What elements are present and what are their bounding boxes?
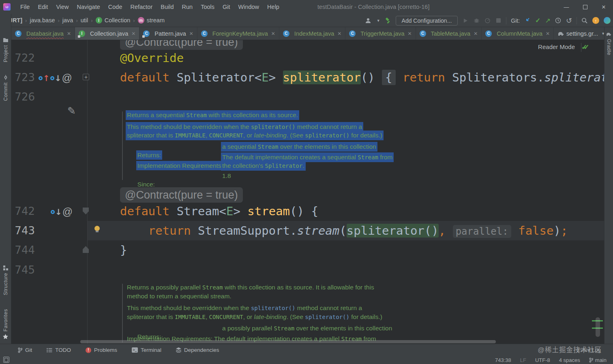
- menu-run[interactable]: Run: [178, 0, 197, 14]
- lock-icon: [142, 35, 145, 38]
- editor-pane[interactable]: @Contract(pure = true) Reader Mode ✓✓ 72…: [11, 40, 604, 344]
- status-bar: 743:38 LF UTF-8 4 spaces main: [0, 356, 613, 364]
- menu-edit[interactable]: Edit: [34, 0, 52, 14]
- close-button[interactable]: ✕: [594, 0, 613, 14]
- stripe-label: Structure: [3, 273, 9, 295]
- toolwindow-terminal[interactable]: >_ Terminal: [132, 347, 161, 353]
- doc-line: Returns a sequential Stream with this co…: [127, 110, 299, 119]
- git-commit-check-icon[interactable]: ✓: [535, 17, 540, 24]
- menu-code[interactable]: Code: [104, 0, 126, 14]
- menu-refactor[interactable]: Refactor: [126, 0, 156, 14]
- git-push-icon[interactable]: ↗: [545, 17, 551, 24]
- overridden-icon[interactable]: [50, 76, 54, 80]
- fold-expand-icon[interactable]: +: [83, 74, 89, 80]
- tab-tablemeta[interactable]: C TableMeta.java ✕: [416, 27, 482, 40]
- ide-window: IJ File Edit View Navigate Code Refactor…: [0, 0, 613, 364]
- maximize-button[interactable]: [576, 0, 594, 14]
- override-up-arrow-icon[interactable]: ↑: [43, 74, 50, 82]
- toolwindow-label: TODO: [55, 347, 71, 353]
- tab-collection[interactable]: I Collection.java ✕: [75, 27, 139, 40]
- tab-pattern[interactable]: C Pattern.java ✕: [139, 27, 197, 40]
- fold-end-icon[interactable]: [83, 246, 89, 253]
- tab-indexmeta[interactable]: C IndexMeta.java ✕: [279, 27, 345, 40]
- navigation-bar: [JRT] › java.base › java › util › I Coll…: [0, 14, 613, 27]
- tab-databasir[interactable]: C Databasir.java ✕: [11, 27, 75, 40]
- stripe-structure[interactable]: Structure: [0, 265, 11, 295]
- git-update-icon[interactable]: [524, 17, 531, 24]
- doc-line: This method should be overridden when th…: [127, 304, 362, 312]
- menu-file[interactable]: File: [16, 0, 34, 14]
- edit-pencil-icon[interactable]: ✎: [67, 105, 76, 117]
- close-tab-icon[interactable]: ✕: [408, 31, 412, 36]
- breadcrumb-java[interactable]: java: [62, 17, 73, 24]
- reader-mode-label[interactable]: Reader Mode: [538, 43, 575, 50]
- overrides-icon[interactable]: [39, 76, 43, 80]
- intention-bulb-icon[interactable]: [94, 226, 100, 231]
- build-hammer-icon[interactable]: [385, 17, 391, 24]
- encoding-indicator[interactable]: UTF-8: [535, 357, 550, 363]
- overridden-icon[interactable]: [51, 210, 55, 214]
- tab-settings-gradle[interactable]: settings.gr... ▼: [554, 27, 609, 40]
- breadcrumb-java-base[interactable]: java.base: [30, 17, 55, 24]
- line-ending-indicator[interactable]: LF: [520, 357, 526, 363]
- doc-line-returns: Returns: a possibly parallel Stream over…: [127, 324, 161, 332]
- menu-window[interactable]: Window: [234, 0, 264, 14]
- git-branch-indicator[interactable]: main: [589, 357, 607, 363]
- breadcrumb-collection[interactable]: Collection: [105, 17, 131, 24]
- doc-line-since: Since: 1.8: [127, 171, 155, 180]
- close-tab-icon[interactable]: ✕: [271, 31, 275, 36]
- indent-indicator[interactable]: 4 spaces: [559, 357, 580, 363]
- stripe-commit[interactable]: Commit: [0, 75, 11, 101]
- debug-icon[interactable]: [473, 17, 480, 24]
- menu-tools[interactable]: Tools: [197, 0, 219, 14]
- toolwindow-todo[interactable]: TODO: [47, 347, 71, 353]
- horizontal-scrollbar[interactable]: [80, 340, 496, 343]
- breadcrumb-stream[interactable]: stream: [147, 17, 165, 24]
- close-tab-icon[interactable]: ✕: [474, 31, 478, 36]
- inspections-ok-icon[interactable]: ✓✓: [581, 43, 594, 51]
- add-configuration-button[interactable]: Add Configuration...: [396, 16, 458, 26]
- caret-position[interactable]: 743:38: [495, 357, 511, 363]
- close-tab-icon[interactable]: ✕: [337, 31, 341, 36]
- stripe-favorites[interactable]: Favorites: [0, 309, 11, 339]
- minimize-button[interactable]: —: [557, 0, 576, 14]
- gradle-sync-icon[interactable]: [604, 17, 611, 24]
- vertical-scrollbar[interactable]: [596, 317, 600, 337]
- menu-git[interactable]: Git: [219, 0, 234, 14]
- toolwindow-toggle-icon[interactable]: [3, 357, 9, 363]
- close-tab-icon[interactable]: ✕: [189, 31, 193, 36]
- tab-label: ColumnMeta.java: [497, 30, 542, 37]
- breadcrumb-separator: ›: [58, 17, 59, 24]
- close-tab-icon[interactable]: ✕: [546, 31, 550, 36]
- line-number-current: 743: [12, 221, 35, 240]
- toolwindow-problems[interactable]: ! Problems: [86, 347, 117, 353]
- update-available-icon[interactable]: ↑: [592, 17, 599, 24]
- history-clock-icon[interactable]: [555, 17, 562, 24]
- profiler-icon[interactable]: [484, 17, 491, 24]
- tab-columnmeta[interactable]: C ColumnMeta.java ✕: [482, 27, 554, 40]
- fold-start-icon[interactable]: [83, 208, 89, 214]
- menu-help[interactable]: Help: [263, 0, 283, 14]
- structure-icon: [3, 265, 8, 270]
- tab-triggermeta[interactable]: C TriggerMeta.java ✕: [345, 27, 416, 40]
- search-icon[interactable]: [581, 17, 588, 24]
- stop-icon[interactable]: [495, 17, 502, 24]
- breadcrumb-util[interactable]: util: [81, 17, 88, 24]
- close-tab-icon[interactable]: ✕: [131, 31, 135, 36]
- toolwindow-git[interactable]: Git: [18, 347, 32, 353]
- user-account-icon[interactable]: [365, 17, 371, 24]
- stripe-gradle[interactable]: Gradle: [604, 31, 613, 56]
- run-icon[interactable]: [462, 17, 469, 24]
- override-down-arrow-icon[interactable]: ↓: [55, 208, 62, 216]
- close-tab-icon[interactable]: ✕: [67, 31, 71, 36]
- doc-guide-line: [122, 111, 123, 180]
- tab-label: Databasir.java: [26, 30, 64, 37]
- stripe-project[interactable]: Project: [0, 37, 11, 62]
- rollback-icon[interactable]: ↺: [566, 17, 572, 24]
- menu-navigate[interactable]: Navigate: [73, 0, 104, 14]
- tab-foreignkeymeta[interactable]: C ForeignKeyMeta.java ✕: [197, 27, 279, 40]
- menu-build[interactable]: Build: [156, 0, 178, 14]
- menu-view[interactable]: View: [52, 0, 73, 14]
- override-down-arrow-icon[interactable]: ↓: [55, 74, 62, 82]
- toolwindow-dependencies[interactable]: Dependencies: [176, 347, 219, 353]
